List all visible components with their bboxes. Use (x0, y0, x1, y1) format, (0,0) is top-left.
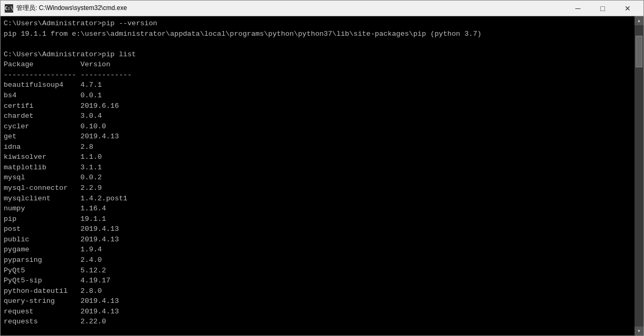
terminal-output: C:\Users\Administrator>pip --version pip… (4, 18, 640, 327)
close-button[interactable]: ✕ (616, 2, 639, 15)
title-bar-text: 管理员: C:\Windows\system32\cmd.exe (16, 4, 566, 13)
terminal-area[interactable]: C:\Users\Administrator>pip --version pip… (1, 16, 643, 335)
minimize-button[interactable]: ─ (566, 2, 590, 15)
maximize-button[interactable]: □ (591, 2, 615, 15)
scroll-up-arrow[interactable]: ▲ (635, 16, 643, 25)
title-bar: C:\ 管理员: C:\Windows\system32\cmd.exe ─ □… (1, 1, 643, 16)
scroll-down-arrow[interactable]: ▼ (635, 327, 643, 335)
window-controls: ─ □ ✕ (566, 2, 639, 15)
cmd-window: C:\ 管理员: C:\Windows\system32\cmd.exe ─ □… (0, 0, 644, 336)
scrollbar[interactable]: ▲ ▼ (635, 16, 643, 335)
window-icon: C:\ (5, 4, 13, 13)
scroll-thumb[interactable] (636, 36, 642, 67)
